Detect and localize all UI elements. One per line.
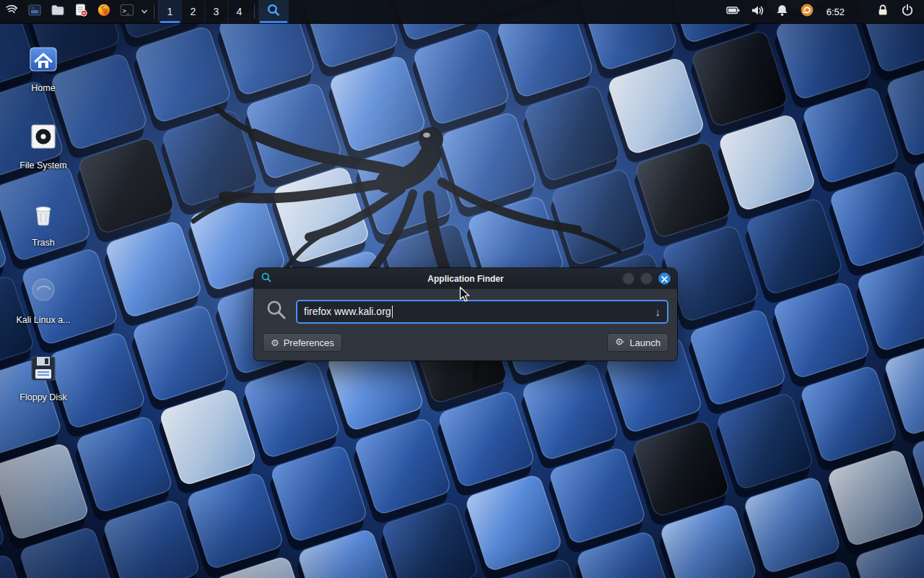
application-finder-icon bbox=[261, 272, 272, 286]
panel-separator bbox=[254, 4, 255, 19]
workspace-label: 4 bbox=[237, 6, 243, 17]
firefox-icon bbox=[96, 2, 112, 21]
battery-indicator[interactable] bbox=[721, 0, 746, 24]
trash-icon bbox=[26, 197, 61, 231]
launch-icon bbox=[615, 337, 625, 349]
launch-button[interactable]: Launch bbox=[607, 333, 668, 352]
text-editor-icon bbox=[73, 2, 89, 21]
workspace-label: 2 bbox=[191, 6, 196, 17]
dialog-button-row: ⚙ Preferences Launch bbox=[263, 333, 668, 352]
volume-indicator[interactable] bbox=[746, 0, 770, 24]
text-editor-launcher[interactable] bbox=[69, 0, 92, 23]
magnifier-icon bbox=[266, 299, 287, 324]
panel-launchers: >_ 1 2 3 4 bbox=[0, 0, 289, 23]
desktop-icon-floppy-disk[interactable]: Floppy Disk bbox=[9, 351, 78, 402]
clock-label: 6:52 bbox=[827, 7, 845, 17]
chevron-down-icon bbox=[141, 5, 148, 18]
search-row: firefox www.kali.org ↓ bbox=[263, 299, 668, 324]
text-caret bbox=[392, 306, 393, 318]
kali-menu-icon bbox=[4, 2, 19, 21]
kali-docs-icon bbox=[26, 274, 61, 309]
desktop-icon-home[interactable]: Home bbox=[9, 42, 78, 93]
desktop-icon-trash[interactable]: Trash bbox=[9, 197, 78, 248]
file-system-icon bbox=[26, 119, 61, 154]
desktop-icon-label: Floppy Disk bbox=[9, 392, 78, 402]
desktop-icon-file-system[interactable]: File System bbox=[9, 119, 78, 171]
window-controls bbox=[622, 272, 671, 285]
window-minimize-button[interactable] bbox=[622, 272, 635, 285]
notifications-icon bbox=[775, 3, 790, 21]
dialog-body: firefox www.kali.org ↓ ⚙ Preferences bbox=[254, 289, 677, 361]
application-finder-window: Application Finder bbox=[254, 268, 677, 361]
window-titlebar[interactable]: Application Finder bbox=[254, 268, 677, 289]
applications-menu-button[interactable] bbox=[0, 0, 23, 23]
panel-status-area: 6:52 bbox=[721, 0, 924, 23]
desktop-icon-label: Kali Linux a... bbox=[9, 315, 78, 325]
window-close-button[interactable] bbox=[658, 272, 671, 285]
volume-icon bbox=[750, 3, 765, 21]
battery-icon bbox=[725, 3, 741, 21]
svg-text:>_: >_ bbox=[123, 8, 130, 14]
file-manager-launcher[interactable] bbox=[23, 0, 46, 23]
top-panel: >_ 1 2 3 4 bbox=[0, 0, 924, 24]
screen-lock-button[interactable] bbox=[871, 0, 895, 24]
preferences-button[interactable]: ⚙ Preferences bbox=[263, 333, 342, 352]
terminal-launcher[interactable]: >_ bbox=[116, 0, 139, 23]
workspace-button-3[interactable]: 3 bbox=[204, 0, 227, 23]
folder-icon bbox=[50, 2, 66, 21]
window-maximize-button[interactable] bbox=[640, 272, 653, 285]
power-icon bbox=[900, 3, 915, 20]
updates-indicator[interactable] bbox=[795, 0, 819, 24]
file-manager-icon bbox=[27, 2, 43, 21]
combo-dropdown-arrow[interactable]: ↓ bbox=[650, 306, 661, 317]
workspace-button-2[interactable]: 2 bbox=[181, 0, 204, 23]
taskbar-button-application-finder[interactable] bbox=[258, 0, 289, 23]
workspace-label: 3 bbox=[214, 6, 219, 17]
home-icon bbox=[26, 42, 61, 77]
preferences-button-label: Preferences bbox=[284, 337, 334, 348]
firefox-launcher[interactable] bbox=[92, 0, 116, 23]
panel-separator bbox=[154, 4, 154, 19]
notifications-indicator[interactable] bbox=[770, 0, 795, 24]
workspace-button-4[interactable]: 4 bbox=[227, 0, 250, 23]
terminal-dropdown-button[interactable] bbox=[139, 0, 150, 23]
search-input[interactable]: firefox www.kali.org ↓ bbox=[296, 300, 668, 324]
window-title: Application Finder bbox=[254, 274, 677, 284]
workspace-button-1[interactable]: 1 bbox=[158, 0, 181, 23]
application-finder-icon bbox=[266, 3, 281, 20]
launch-button-label: Launch bbox=[629, 337, 661, 348]
floppy-disk-icon bbox=[26, 351, 61, 386]
workspace-label: 1 bbox=[167, 6, 173, 17]
search-input-text: firefox www.kali.org bbox=[304, 306, 391, 317]
terminal-icon: >_ bbox=[119, 2, 135, 21]
desktop-icon-label: Home bbox=[9, 83, 78, 93]
gear-icon: ⚙ bbox=[271, 338, 279, 348]
logout-button[interactable] bbox=[895, 0, 920, 24]
updates-icon bbox=[800, 3, 814, 20]
lock-icon bbox=[876, 3, 890, 20]
close-icon bbox=[661, 272, 668, 285]
desktop-icon-label: File System bbox=[9, 160, 78, 171]
clock[interactable]: 6:52 bbox=[819, 7, 852, 17]
folder-launcher[interactable] bbox=[46, 0, 69, 23]
desktop-icon-kali-docs[interactable]: Kali Linux a... bbox=[9, 274, 78, 325]
desktop-icon-label: Trash bbox=[9, 238, 78, 248]
desktop: Home File System Trash bbox=[0, 0, 924, 578]
